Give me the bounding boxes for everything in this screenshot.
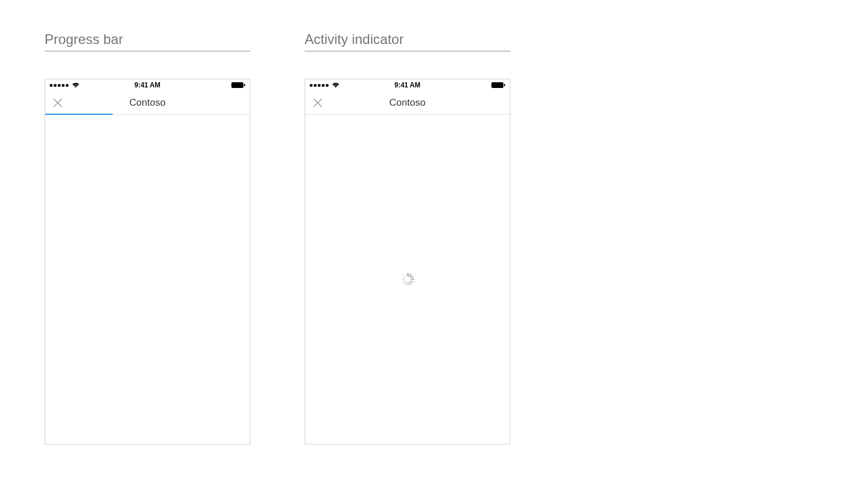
nav-title: Contoso [305, 97, 510, 109]
wifi-icon [332, 82, 339, 88]
content-area-empty [45, 115, 250, 444]
phone-mockup-progress: 9:41 AM Contoso [45, 79, 250, 444]
section-title-activity: Activity indicator [305, 31, 510, 51]
close-icon [52, 97, 63, 109]
status-bar: 9:41 AM [45, 79, 250, 91]
section-activity-indicator: Activity indicator 9:41 AM [305, 31, 510, 444]
wifi-icon [72, 82, 79, 88]
svg-rect-2 [491, 82, 503, 88]
phone-mockup-activity: 9:41 AM Contoso [305, 79, 510, 444]
content-area-loading [305, 115, 510, 444]
signal-strength-icon [310, 84, 329, 87]
nav-title: Contoso [45, 97, 250, 109]
status-bar-left [310, 82, 339, 88]
svg-rect-0 [231, 82, 243, 88]
navigation-bar: Contoso [305, 91, 510, 115]
progress-bar-track [45, 114, 250, 115]
signal-strength-icon [50, 84, 69, 87]
navigation-bar: Contoso [45, 91, 250, 115]
svg-rect-1 [244, 84, 245, 86]
section-title-progress: Progress bar [45, 31, 250, 51]
section-progress-bar: Progress bar 9:41 AM [45, 31, 250, 444]
status-bar-left [50, 82, 79, 88]
activity-indicator-icon [401, 273, 414, 286]
close-icon [312, 97, 323, 109]
status-bar-time: 9:41 AM [394, 81, 421, 89]
status-bar: 9:41 AM [305, 79, 510, 91]
svg-rect-3 [504, 84, 505, 86]
progress-bar-fill [45, 114, 113, 115]
status-bar-time: 9:41 AM [134, 81, 161, 89]
battery-icon [491, 82, 505, 88]
battery-icon [231, 82, 245, 88]
close-button[interactable] [312, 97, 323, 109]
close-button[interactable] [52, 97, 63, 109]
